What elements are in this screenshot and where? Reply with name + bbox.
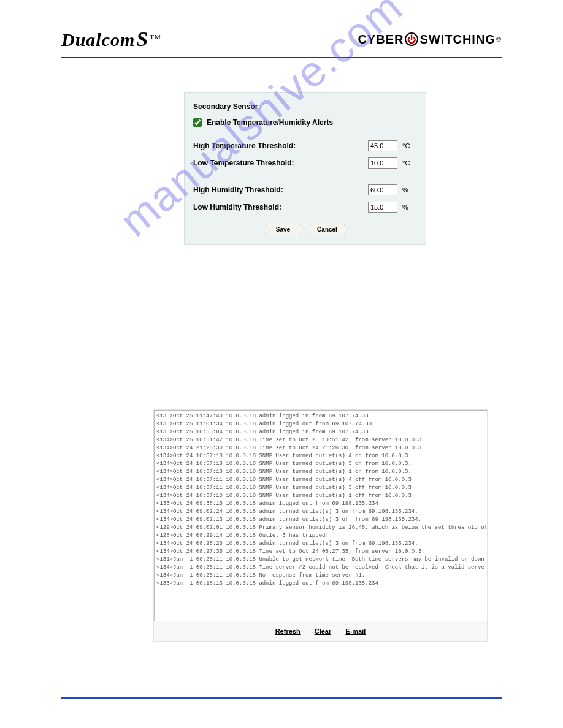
panel-title: Secondary Sensor: [193, 102, 417, 111]
log-scrollbox[interactable]: <133>Oct 25 11:47:40 10.0.0.18 admin log…: [154, 410, 487, 621]
cancel-button[interactable]: Cancel: [310, 224, 345, 235]
high-hum-label: High Humidity Threshold:: [193, 186, 368, 194]
panel-buttons: Save Cancel: [193, 224, 417, 235]
logo-text: Dualcom: [61, 29, 135, 50]
logo-mark: S: [136, 28, 148, 50]
high-hum-row: High Humidity Threshold: %: [193, 184, 417, 195]
enable-alerts-label: Enable Temperature/Humidity Alerts: [207, 118, 333, 127]
save-button[interactable]: Save: [266, 224, 301, 235]
footer-rule: [61, 697, 502, 699]
log-links: Refresh Clear E-mail: [154, 621, 487, 641]
enable-alerts-row: Enable Temperature/Humidity Alerts: [193, 118, 417, 127]
temp-unit: °C: [402, 142, 417, 150]
email-link[interactable]: E-mail: [345, 628, 366, 635]
high-hum-input[interactable]: [368, 184, 397, 195]
log-panel: <133>Oct 25 11:47:40 10.0.0.18 admin log…: [153, 409, 488, 642]
low-hum-row: Low Humidity Threshold: %: [193, 202, 417, 213]
low-hum-input[interactable]: [368, 202, 397, 213]
hum-unit: %: [402, 186, 417, 194]
temp-unit: °C: [402, 159, 417, 167]
refresh-link[interactable]: Refresh: [275, 628, 301, 635]
high-temp-label: High Temperature Threshold:: [193, 142, 368, 150]
power-icon: ⏻: [405, 32, 418, 46]
low-temp-row: Low Temperature Threshold: °C: [193, 157, 417, 169]
low-hum-label: Low Humidity Threshold:: [193, 203, 368, 211]
clear-link[interactable]: Clear: [315, 628, 332, 635]
logo-dualcom: DualcomSTM: [61, 28, 161, 51]
hum-unit: %: [402, 203, 417, 211]
trademark-symbol: TM: [150, 33, 161, 40]
log-content: <133>Oct 25 11:47:40 10.0.0.18 admin log…: [155, 411, 487, 590]
registered-symbol: ®: [496, 36, 502, 43]
page-header: DualcomSTM CYBER ⏻ SWITCHING®: [0, 0, 563, 57]
high-temp-row: High Temperature Threshold: °C: [193, 140, 417, 151]
low-temp-label: Low Temperature Threshold:: [193, 159, 368, 167]
logo-right-b: SWITCHING: [419, 32, 495, 47]
low-temp-input[interactable]: [368, 157, 397, 169]
header-rule: [61, 57, 502, 58]
secondary-sensor-panel: Secondary Sensor Enable Temperature/Humi…: [184, 92, 426, 245]
logo-cyberswitching: CYBER ⏻ SWITCHING®: [358, 32, 502, 47]
logo-right-a: CYBER: [358, 32, 404, 47]
high-temp-input[interactable]: [368, 140, 397, 151]
enable-alerts-checkbox[interactable]: [193, 118, 202, 127]
